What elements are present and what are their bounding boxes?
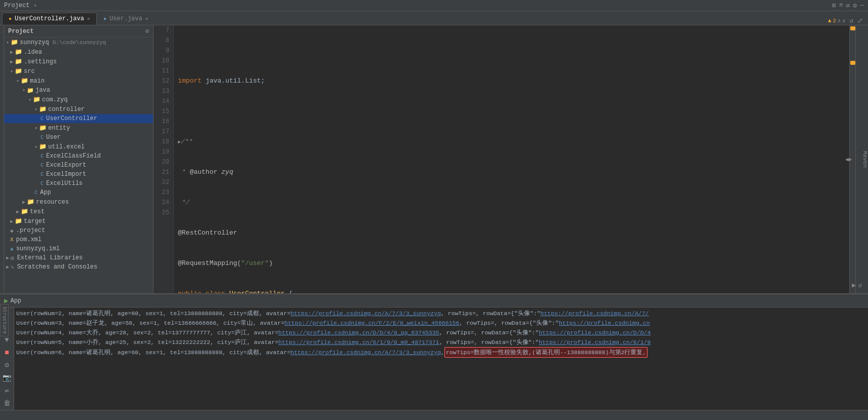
warning-badge[interactable]: ▲ 2 ∧ ∨ <box>828 18 845 24</box>
run-link-2b[interactable]: https://profile.csdnimg.cn <box>559 318 650 328</box>
app-icon: C <box>34 190 37 196</box>
project-file-label: .project <box>16 227 46 234</box>
layout-icon[interactable]: ⊞ <box>832 2 836 10</box>
tree-entity-folder[interactable]: ▾ 📁 entity <box>4 123 153 133</box>
maven-icon-2[interactable]: ▶ <box>852 281 856 289</box>
run-link-3b[interactable]: https://profile.csdnimg.cn/D/D/4 <box>539 328 651 337</box>
test-label: test <box>30 208 45 215</box>
tree-test[interactable]: ▶ 📁 test <box>4 207 153 216</box>
run-clear-icon[interactable]: 🗑 <box>2 398 13 408</box>
tree-main[interactable]: ▾ 📁 main <box>4 76 153 86</box>
maven-collapse-icon[interactable]: ◀ <box>845 156 849 163</box>
run-output[interactable]: User(rowNum=2, name=诸葛孔明, age=60, sex=1,… <box>14 308 868 410</box>
comzyq-folder-icon: 📁 <box>33 96 41 103</box>
code-area[interactable]: 7 8 9 10 11 12 13 14 15 16 17 18 19 20 2… <box>154 25 849 293</box>
maven-icon-1[interactable]: ↺ <box>858 281 862 289</box>
run-link-1b[interactable]: https://profile.csdnimg.cn/A/7/ <box>541 309 649 318</box>
tree-comzyq[interactable]: ▾ 📁 com.zyq <box>4 95 153 104</box>
code-line-11: * @author zyq <box>178 167 845 177</box>
run-camera-icon[interactable]: 📷 <box>2 373 13 383</box>
tab-user[interactable]: ● User.java ✕ <box>97 13 155 25</box>
tree-src[interactable]: ▾ 📁 src <box>4 66 153 76</box>
run-stop-icon[interactable]: ■ <box>2 348 13 357</box>
line-num-12: 12 <box>158 76 169 86</box>
tree-resources[interactable]: ▶ 📁 resources <box>4 197 153 207</box>
run-link-4[interactable]: https://profile.csdnimg.cn/6/1/9/0_m0_48… <box>278 337 439 347</box>
run-link-4b[interactable]: https://profile.csdnimg.cn/6/1/9 <box>539 337 651 347</box>
entity-folder-label: entity <box>48 125 70 132</box>
run-link-3[interactable]: https://profile.csdnimg.cn/D/D/4/0_qq_63… <box>278 328 439 337</box>
structure-panel[interactable]: Structure <box>0 304 9 336</box>
warning-down-icon[interactable]: ∨ <box>842 18 845 24</box>
tree-scratches[interactable]: ▶ ✎ Scratches and Consoles <box>4 262 153 272</box>
minimize-icon[interactable]: — <box>860 2 864 9</box>
warning-up-icon[interactable]: ∧ <box>838 18 841 24</box>
tree-iml[interactable]: ◈ sunnyzyq.iml <box>4 244 153 253</box>
tree-target[interactable]: ▶ 📁 target <box>4 216 153 226</box>
run-filter-icon[interactable]: ⚙ <box>2 360 13 370</box>
warning-count: 2 <box>833 18 837 24</box>
title-bar-icons: ⊞ ≡ ⇄ ⚙ — <box>832 2 864 10</box>
code-line-12: */ <box>178 198 845 208</box>
run-text-2: User(rowNum=3, name=赵子龙, age=58, sex=1, … <box>16 318 284 328</box>
tab-icon-orange: ● <box>9 16 12 22</box>
tree-app[interactable]: C App <box>4 188 153 197</box>
run-text-5b: , <box>441 348 444 357</box>
resources-arrow: ▶ <box>22 199 25 205</box>
tree-controller-folder[interactable]: ▾ 📁 controller <box>4 104 153 114</box>
code-line-8: import java.util.List; <box>178 76 845 86</box>
tree-excelutils[interactable]: C ExcelUtils <box>4 179 153 188</box>
resources-label: resources <box>36 199 69 206</box>
run-wrap-icon[interactable]: ⇌ <box>2 386 13 395</box>
sort-icon[interactable]: ⇄ <box>846 2 850 10</box>
tree-header: Project ⚙ <box>4 25 153 37</box>
tree-excelexport[interactable]: C ExcelExport <box>4 161 153 170</box>
usercontroller-label: UserController <box>46 115 97 122</box>
user-class-icon: C <box>41 135 44 140</box>
target-arrow: ▶ <box>10 218 13 224</box>
tree-pom[interactable]: X pom.xml <box>4 235 153 244</box>
line-num-24: 24 <box>158 198 169 208</box>
maven-tree-icons: ▶ ◀ <box>845 154 852 165</box>
tree-settings[interactable]: ▶ 📁 .settings <box>4 57 153 66</box>
test-folder-icon: 📁 <box>21 208 28 215</box>
tree-extlib[interactable]: ▶ ⊞ External Libraries <box>4 253 153 262</box>
line-num-8: 8 <box>158 35 169 46</box>
run-link-1[interactable]: https://profile.csdnimg.cn/A/7/3/3_sunny… <box>290 309 441 318</box>
tree-root[interactable]: ▾ 📁 sunnyzyq D:\code\sunnyzyq <box>4 37 153 47</box>
code-content[interactable]: import java.util.List; ▶/** * @author zy… <box>174 25 849 293</box>
project-label[interactable]: Project <box>4 2 29 9</box>
gear-icon[interactable]: ⚙ <box>145 27 149 35</box>
target-label: target <box>24 218 46 225</box>
entity-folder-icon: 📁 <box>39 124 47 132</box>
code-line-7 <box>178 46 845 56</box>
refresh-icon[interactable]: ↺ <box>849 17 853 25</box>
utilexcel-arrow: ▾ <box>34 144 37 150</box>
tab-usercontroller[interactable]: ● UserController.java ✕ <box>2 13 97 25</box>
tree-project-file[interactable]: ◆ .project <box>4 226 153 235</box>
tree-usercontroller[interactable]: C UserController <box>4 114 153 123</box>
maven-expand-icon[interactable]: ▶ <box>849 156 852 163</box>
line-num-9: 9 <box>158 46 169 56</box>
run-link-2[interactable]: https://profile.csdnimg.cn/F/2/E/0_weixi… <box>284 318 459 328</box>
settings-icon[interactable]: ⚙ <box>853 2 857 10</box>
maven-label[interactable]: Maven <box>862 147 868 172</box>
tree-java[interactable]: ▾ 📁 java <box>4 86 153 95</box>
scratches-arrow: ▶ <box>6 264 9 270</box>
project-title: Project <box>8 28 33 35</box>
excelclassfield-icon: C <box>41 154 44 159</box>
tab-close-user[interactable]: ✕ <box>145 16 148 22</box>
expand-icon[interactable]: ⤢ <box>857 17 863 25</box>
line-num-25: 25 <box>158 208 169 218</box>
list-icon[interactable]: ≡ <box>839 2 843 9</box>
run-link-5[interactable]: https://profile.csdnimg.cn/A/7/3/3_sunny… <box>290 348 441 357</box>
excelutils-label: ExcelUtils <box>46 180 83 187</box>
tab-close-usercontroller[interactable]: ✕ <box>87 16 90 22</box>
tab-icon-blue: ● <box>103 16 106 22</box>
tree-idea[interactable]: ▶ 📁 .idea <box>4 47 153 57</box>
tree-user[interactable]: C User <box>4 133 153 142</box>
excelimport-label: ExcelImport <box>46 171 86 178</box>
tree-excelimport[interactable]: C ExcelImport <box>4 170 153 179</box>
tree-utilexcel-folder[interactable]: ▾ 📁 util.excel <box>4 142 153 151</box>
tree-excelclassfield[interactable]: C ExcelClassField <box>4 151 153 161</box>
